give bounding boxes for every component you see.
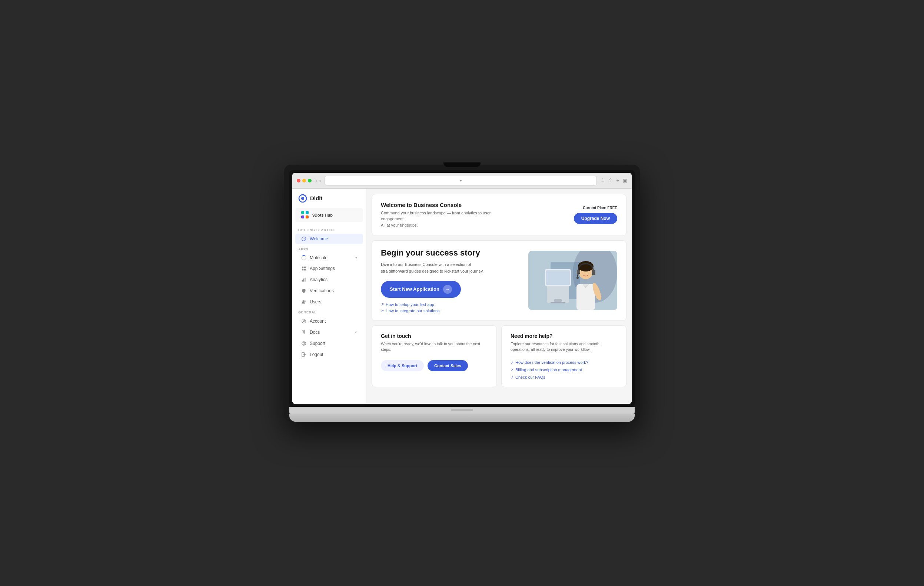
help-support-button[interactable]: Help & Support — [381, 360, 424, 371]
success-content: Begin your success story Dive into our B… — [381, 248, 521, 313]
arrow-right-icon: → — [443, 285, 452, 294]
svg-rect-21 — [554, 299, 562, 302]
org-name: 9Dots Hub — [312, 213, 333, 217]
bar-chart-icon — [301, 277, 306, 282]
svg-point-9 — [302, 300, 304, 302]
svg-rect-5 — [304, 268, 306, 270]
svg-rect-8 — [305, 277, 305, 281]
section-getting-started: GETTING STARTED — [292, 225, 366, 233]
shield-icon — [301, 288, 306, 293]
help-link-verification[interactable]: How does the verification process work? — [510, 360, 617, 364]
need-help-title: Need more help? — [510, 333, 617, 339]
sidebar-logo: Didit — [292, 194, 366, 208]
download-icon: ⇩ — [601, 178, 605, 183]
sidebar: Didit 9Dots Hub GETTING STARTED — [292, 189, 366, 404]
help-link-billing[interactable]: Billing and subscription management — [510, 367, 617, 372]
get-in-touch-card: Get in touch When you're ready, we'd lov… — [371, 325, 497, 387]
main-content: Welcome to Business Console Command your… — [366, 189, 632, 404]
person-illustration — [528, 251, 617, 310]
guide-link-setup[interactable]: How to setup your first app — [381, 302, 521, 307]
browser-navigation: ‹ › — [315, 178, 321, 184]
svg-rect-3 — [304, 266, 306, 268]
verifications-label: Verifications — [310, 288, 334, 293]
address-bar[interactable]: ● — [325, 176, 597, 185]
org-selector[interactable]: 9Dots Hub — [295, 208, 363, 222]
success-card: Begin your success story Dive into our B… — [371, 240, 627, 321]
org-icon — [301, 211, 309, 219]
svg-rect-22 — [551, 302, 565, 303]
svg-rect-6 — [302, 280, 303, 281]
url-display: ● — [460, 179, 462, 182]
share-icon: ⇧ — [608, 178, 612, 183]
welcome-description: Command your business landscape — from a… — [381, 210, 507, 228]
door-icon — [301, 352, 306, 357]
sidebar-item-welcome[interactable]: Welcome — [295, 233, 363, 244]
rocket-icon — [301, 236, 306, 242]
analytics-label: Analytics — [310, 277, 328, 282]
docs-label: Docs — [310, 330, 320, 335]
need-help-card: Need more help? Explore our resources fo… — [501, 325, 627, 387]
svg-point-30 — [576, 277, 579, 279]
sidebar-item-molecule[interactable]: Molecule ▾ — [295, 253, 363, 263]
users-label: Users — [310, 299, 321, 305]
section-general: GENERAL — [292, 308, 366, 316]
lifering-icon — [301, 341, 306, 346]
plan-section: Current Plan: FREE Upgrade Now — [574, 206, 617, 224]
sidebar-item-docs[interactable]: Docs ↗ — [295, 327, 363, 338]
add-tab-icon[interactable]: + — [616, 178, 619, 183]
current-plan-text: Current Plan: FREE — [583, 206, 617, 210]
back-button[interactable]: ‹ — [315, 178, 317, 184]
help-link-faqs[interactable]: Check our FAQs — [510, 375, 617, 379]
svg-rect-24 — [546, 270, 570, 285]
svg-point-1 — [301, 197, 304, 200]
maximize-button[interactable] — [308, 179, 312, 182]
get-in-touch-buttons: Help & Support Contact Sales — [381, 360, 488, 371]
external-link-icon: ↗ — [354, 331, 357, 334]
laptop-notch — [451, 409, 473, 411]
account-label: Account — [310, 319, 326, 324]
get-in-touch-desc: When you're ready, we'd love to talk to … — [381, 341, 488, 353]
svg-rect-7 — [304, 278, 304, 281]
tab-overview-icon[interactable]: ▣ — [623, 178, 627, 183]
dropdown-arrow-icon: ▾ — [355, 255, 357, 260]
success-description: Dive into our Business Console with a se… — [381, 262, 492, 275]
didit-logo-icon — [298, 194, 307, 203]
start-new-application-button[interactable]: Start New Application → — [381, 281, 461, 298]
svg-point-15 — [303, 342, 305, 344]
get-in-touch-title: Get in touch — [381, 333, 488, 339]
logo-text: Didit — [310, 195, 322, 201]
welcome-label: Welcome — [310, 236, 328, 242]
guide-links: How to setup your first app How to integ… — [381, 302, 521, 313]
contact-sales-button[interactable]: Contact Sales — [427, 360, 468, 371]
sidebar-item-analytics[interactable]: Analytics — [295, 275, 363, 285]
support-label: Support — [310, 341, 325, 346]
close-button[interactable] — [297, 179, 300, 182]
start-app-label: Start New Application — [390, 286, 439, 292]
molecule-icon — [301, 255, 306, 260]
laptop-chin — [289, 407, 635, 414]
help-links: How does the verification process work? … — [510, 360, 617, 379]
traffic-lights — [297, 179, 312, 182]
laptop-base — [289, 414, 635, 422]
browser-chrome: ‹ › ● ⇩ ⇧ + ▣ — [292, 173, 632, 189]
sidebar-item-logout[interactable]: Logout — [295, 349, 363, 360]
molecule-label: Molecule — [310, 255, 328, 260]
document-icon — [301, 330, 306, 335]
sidebar-item-verifications[interactable]: Verifications — [295, 286, 363, 296]
success-image — [528, 251, 617, 310]
sidebar-item-account[interactable]: Account — [295, 316, 363, 326]
forward-button[interactable]: › — [319, 178, 321, 184]
svg-point-10 — [304, 300, 306, 301]
minimize-button[interactable] — [302, 179, 306, 182]
svg-rect-2 — [302, 266, 304, 268]
welcome-title: Welcome to Business Console — [381, 202, 507, 208]
users-icon — [301, 299, 306, 305]
user-circle-icon — [301, 319, 306, 324]
upgrade-now-button[interactable]: Upgrade Now — [574, 213, 617, 224]
sidebar-item-app-settings[interactable]: App Settings — [295, 263, 363, 274]
sidebar-item-users[interactable]: Users — [295, 297, 363, 307]
need-help-desc: Explore our resources for fast solutions… — [510, 341, 617, 353]
sidebar-item-support[interactable]: Support — [295, 338, 363, 349]
svg-point-33 — [596, 295, 601, 299]
guide-link-integrate[interactable]: How to integrate our solutions — [381, 309, 521, 313]
